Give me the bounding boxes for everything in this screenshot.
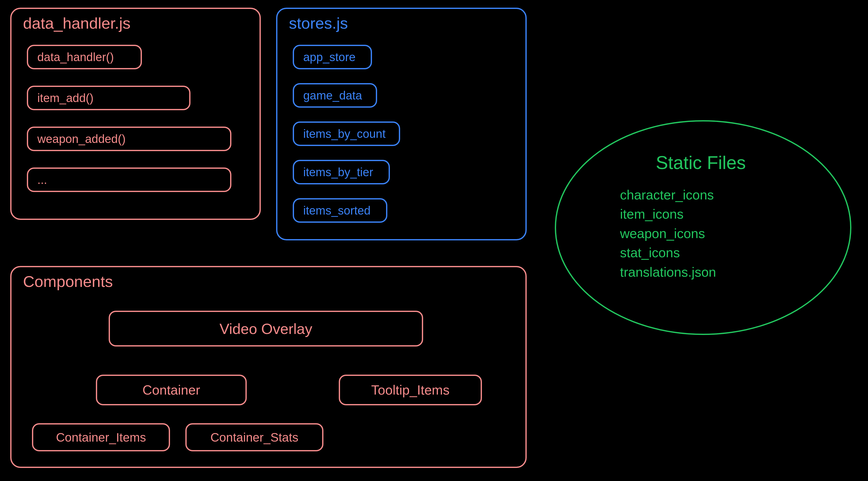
comp-video-overlay: Video Overlay (108, 311, 423, 347)
comp-container-stats: Container_Stats (185, 423, 323, 451)
stores-box: stores.js app_store game_data items_by_c… (276, 8, 527, 240)
comp-label: Container_Stats (210, 430, 298, 445)
components-box: Components Video Overlay Container Toolt… (10, 266, 527, 468)
comp-container: Container (96, 374, 247, 405)
store-items-sorted: items_sorted (293, 198, 388, 223)
store-label: game_data (303, 88, 362, 102)
data-handler-title: data_handler.js (23, 14, 131, 32)
comp-label: Video Overlay (219, 320, 312, 337)
fn-label: weapon_added() (37, 132, 126, 146)
components-title: Components (23, 272, 113, 291)
store-label: items_by_tier (303, 165, 373, 179)
comp-label: Tooltip_Items (371, 382, 450, 398)
comp-container-items: Container_Items (32, 423, 170, 451)
store-items-by-count: items_by_count (293, 121, 400, 146)
store-game-data: game_data (293, 83, 377, 108)
store-label: items_by_count (303, 127, 385, 141)
static-file-item: character_icons (620, 185, 716, 205)
data-handler-box: data_handler.js data_handler() item_add(… (10, 8, 261, 220)
comp-tooltip-items: Tooltip_Items (339, 374, 482, 405)
fn-label: item_add() (37, 91, 94, 105)
fn-label: data_handler() (37, 50, 114, 64)
static-files-ellipse: Static Files character_icons item_icons … (555, 120, 851, 335)
store-label: items_sorted (303, 204, 370, 217)
static-file-item: stat_icons (620, 243, 716, 262)
fn-data-handler: data_handler() (27, 45, 142, 69)
static-file-item: item_icons (620, 205, 716, 224)
store-items-by-tier: items_by_tier (293, 160, 390, 184)
fn-weapon-added: weapon_added() (27, 127, 231, 151)
stores-title: stores.js (289, 14, 348, 32)
static-file-item: weapon_icons (620, 224, 716, 243)
store-label: app_store (303, 50, 355, 64)
fn-label: ... (37, 173, 47, 187)
comp-label: Container (143, 382, 200, 398)
fn-item-add: item_add() (27, 86, 190, 110)
static-file-item: translations.json (620, 263, 716, 282)
static-files-title: Static Files (656, 152, 746, 173)
store-app-store: app_store (293, 45, 372, 69)
static-files-list: character_icons item_icons weapon_icons … (620, 185, 716, 282)
comp-label: Container_Items (56, 430, 146, 445)
fn-ellipsis: ... (27, 168, 231, 192)
